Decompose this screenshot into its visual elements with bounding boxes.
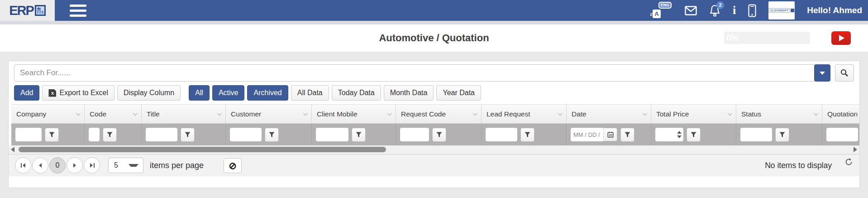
- page-size-select[interactable]: 5: [108, 158, 143, 173]
- funnel-icon: [49, 132, 55, 138]
- column-header-quotation[interactable]: Quotation: [822, 105, 859, 123]
- date-picker-button[interactable]: [603, 128, 617, 141]
- spinner-up-icon[interactable]: [677, 131, 682, 134]
- app-logo[interactable]: ERP: [0, 0, 55, 21]
- toolbar-button-label: Add: [20, 89, 33, 97]
- toolbar-button-export-to-excel[interactable]: Export to Excel: [42, 85, 114, 101]
- column-header-label: Status: [741, 110, 761, 118]
- funnel-icon: [525, 132, 530, 138]
- language-icon[interactable]: ⇄ A ENG: [652, 2, 672, 19]
- vendor-logo-square: [791, 9, 794, 12]
- toolbar-button-month-data[interactable]: Month Data: [384, 85, 434, 101]
- filter-button-company[interactable]: [45, 128, 59, 142]
- toolbar-button-all[interactable]: All: [189, 85, 210, 101]
- toolbar-button-label: Month Data: [390, 89, 428, 97]
- scrollbar-thumb[interactable]: [19, 147, 386, 152]
- column-header-company[interactable]: Company: [11, 105, 85, 123]
- scroll-left-icon[interactable]: [11, 147, 14, 152]
- filter-button-code[interactable]: [103, 128, 117, 142]
- sort-chevron-icon: [473, 111, 477, 116]
- filter-cell-status: [736, 124, 822, 145]
- horizontal-scrollbar[interactable]: [9, 145, 859, 154]
- filter-cell-lead-request: [482, 124, 567, 145]
- pager-current-page[interactable]: 0: [49, 157, 66, 174]
- funnel-icon: [779, 132, 785, 138]
- filter-button-customer[interactable]: [265, 128, 279, 142]
- toolbar-button-label: Archived: [253, 89, 281, 97]
- mail-icon[interactable]: [685, 6, 697, 15]
- filter-button-title[interactable]: [181, 128, 195, 142]
- column-header-request-code[interactable]: Request Code: [396, 105, 482, 123]
- pager-prev-button[interactable]: [32, 157, 48, 174]
- vendor-logo[interactable]: CLOUDSOFT: [768, 1, 795, 19]
- filter-input-total-price[interactable]: [655, 128, 677, 141]
- toolbar-button-active[interactable]: Active: [212, 85, 245, 101]
- filter-input-company[interactable]: [15, 128, 42, 141]
- search-button[interactable]: [835, 64, 854, 82]
- toolbar-button-archived[interactable]: Archived: [247, 85, 288, 101]
- filter-button-request-code[interactable]: [432, 128, 446, 142]
- column-header-client-mobile[interactable]: Client Mobile: [312, 105, 396, 123]
- clear-filters-button[interactable]: ⊘: [224, 158, 242, 173]
- toolbar-button-today-data[interactable]: Today Data: [332, 85, 381, 101]
- toolbar-button-all-data[interactable]: All Data: [291, 85, 329, 101]
- filter-button-status[interactable]: [775, 128, 789, 142]
- column-header-total-price[interactable]: Total Price: [651, 105, 736, 123]
- toolbar-button-add[interactable]: Add: [14, 85, 39, 101]
- funnel-icon: [691, 132, 696, 138]
- toolbar-button-year-data[interactable]: Year Data: [436, 85, 481, 101]
- navbar-right-icons: ⇄ A ENG 2 i CLOUDSOFT Hello! Ahmed: [652, 1, 868, 19]
- scroll-right-icon[interactable]: [854, 147, 857, 152]
- filter-cell-total-price: [651, 124, 736, 145]
- pager-next-button[interactable]: [67, 157, 83, 174]
- pager-first-button[interactable]: [15, 157, 31, 174]
- spinner-down-icon[interactable]: [677, 135, 682, 138]
- search-dropdown-button[interactable]: [814, 64, 830, 82]
- notifications-bell-icon[interactable]: 2: [709, 5, 720, 17]
- column-header-customer[interactable]: Customer: [226, 105, 312, 123]
- search-input[interactable]: [14, 64, 815, 82]
- filter-input-date[interactable]: [571, 128, 603, 141]
- filter-input-title[interactable]: [146, 128, 177, 141]
- page-header: Automotive / Quotation 0%: [0, 24, 868, 52]
- filter-cell-client-mobile: [312, 124, 396, 145]
- toolbar: AddExport to ExcelDisplay ColumnAllActiv…: [9, 82, 859, 101]
- info-icon[interactable]: i: [733, 5, 736, 16]
- navbar-shadow-strip: [0, 21, 868, 24]
- filter-button-date[interactable]: [620, 128, 634, 142]
- hamburger-menu-icon[interactable]: [70, 5, 86, 17]
- filter-input-status[interactable]: [740, 128, 772, 141]
- pager-first-icon: [20, 163, 26, 168]
- app-logo-text: ERP: [9, 4, 33, 17]
- toolbar-button-label: All: [195, 89, 203, 97]
- filter-cell-code: [85, 124, 142, 145]
- column-header-label: Total Price: [656, 110, 689, 118]
- refresh-icon[interactable]: [844, 158, 853, 166]
- column-header-code[interactable]: Code: [85, 105, 142, 123]
- filter-input-code[interactable]: [89, 128, 100, 141]
- toolbar-button-label: Year Data: [443, 89, 475, 97]
- video-help-button[interactable]: [831, 31, 851, 45]
- filter-input-customer[interactable]: [230, 128, 262, 141]
- funnel-icon: [356, 132, 362, 138]
- toolbar-button-label: Export to Excel: [59, 89, 108, 97]
- app-logo-icon: [35, 5, 46, 16]
- phone-icon[interactable]: [748, 4, 756, 17]
- filter-input-client-mobile[interactable]: [316, 128, 348, 141]
- column-header-title[interactable]: Title: [142, 105, 226, 123]
- calendar-icon: [607, 131, 614, 138]
- filter-button-total-price[interactable]: [687, 128, 701, 142]
- filter-input-lead-request[interactable]: [486, 128, 517, 141]
- column-header-status[interactable]: Status: [736, 105, 822, 123]
- quotation-grid: CompanyCodeTitleCustomerClient MobileReq…: [11, 104, 859, 145]
- filter-input-quotation[interactable]: [826, 128, 858, 141]
- filter-input-request-code[interactable]: [400, 128, 429, 141]
- column-header-lead-request[interactable]: Lead Request: [482, 105, 567, 123]
- grid-filter-row: [11, 124, 859, 145]
- column-header-date[interactable]: Date: [567, 105, 651, 123]
- filter-button-client-mobile[interactable]: [352, 128, 366, 142]
- toolbar-button-label: Active: [219, 89, 238, 97]
- toolbar-button-display-column[interactable]: Display Column: [117, 85, 181, 101]
- filter-button-lead-request[interactable]: [520, 128, 534, 142]
- pager-last-button[interactable]: [84, 157, 100, 174]
